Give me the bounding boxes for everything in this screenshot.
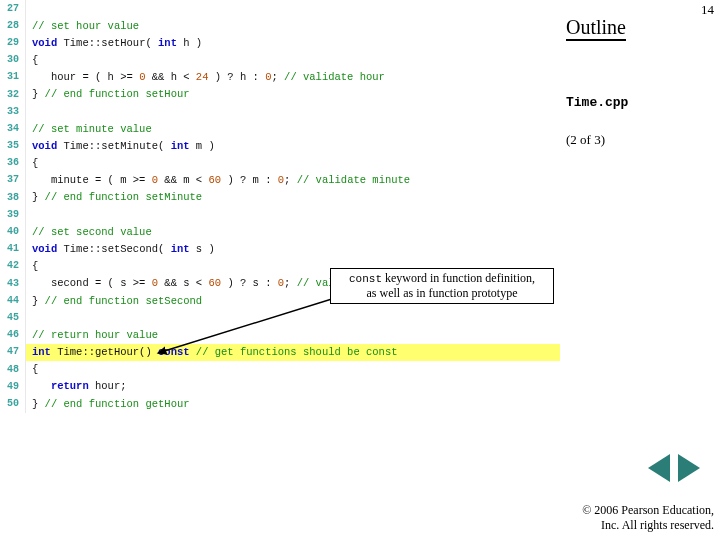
line-number: 32 bbox=[0, 86, 26, 103]
code-text: minute = ( m >= 0 && m < 60 ) ? m : 0; /… bbox=[26, 172, 560, 189]
line-number: 41 bbox=[0, 241, 26, 258]
line-number: 46 bbox=[0, 327, 26, 344]
line-number: 29 bbox=[0, 34, 26, 51]
prev-slide-button[interactable] bbox=[648, 454, 670, 482]
code-text: } // end function setMinute bbox=[26, 189, 560, 206]
code-line: 34// set minute value bbox=[0, 120, 560, 137]
line-number: 48 bbox=[0, 361, 26, 378]
code-line: 50} // end function getHour bbox=[0, 395, 560, 412]
code-text: void Time::setSecond( int s ) bbox=[26, 241, 560, 258]
code-text: void Time::setHour( int h ) bbox=[26, 34, 560, 51]
code-line: 32} // end function setHour bbox=[0, 86, 560, 103]
line-number: 42 bbox=[0, 258, 26, 275]
line-number: 40 bbox=[0, 223, 26, 240]
code-listing: 2728// set hour value29void Time::setHou… bbox=[0, 0, 560, 420]
code-text: { bbox=[26, 52, 560, 69]
code-text bbox=[26, 0, 560, 17]
code-text: // return hour value bbox=[26, 327, 560, 344]
callout-line1-tail: keyword in function definition, bbox=[382, 271, 535, 285]
outline-heading: Outline bbox=[566, 16, 626, 41]
callout-code-keyword: const bbox=[349, 273, 382, 285]
code-text: } // end function getHour bbox=[26, 395, 560, 412]
code-text: { bbox=[26, 361, 560, 378]
code-text: // set second value bbox=[26, 223, 560, 240]
code-line: 36{ bbox=[0, 155, 560, 172]
code-text: // set hour value bbox=[26, 17, 560, 34]
line-number: 31 bbox=[0, 69, 26, 86]
line-number: 45 bbox=[0, 309, 26, 326]
code-text: void Time::setMinute( int m ) bbox=[26, 138, 560, 155]
code-line: 30{ bbox=[0, 52, 560, 69]
nav-controls bbox=[648, 454, 700, 482]
line-number: 37 bbox=[0, 172, 26, 189]
code-line: 31 hour = ( h >= 0 && h < 24 ) ? h : 0; … bbox=[0, 69, 560, 86]
code-line: 33 bbox=[0, 103, 560, 120]
source-file-label: Time.cpp bbox=[566, 95, 712, 110]
line-number: 39 bbox=[0, 206, 26, 223]
copyright-line-2: Inc. All rights reserved. bbox=[554, 518, 714, 534]
code-text bbox=[26, 309, 560, 326]
code-line: 37 minute = ( m >= 0 && m < 60 ) ? m : 0… bbox=[0, 172, 560, 189]
line-number: 43 bbox=[0, 275, 26, 292]
callout-line-2: as well as in function prototype bbox=[331, 286, 553, 301]
line-number: 34 bbox=[0, 120, 26, 137]
code-line: 38} // end function setMinute bbox=[0, 189, 560, 206]
code-text: hour = ( h >= 0 && h < 24 ) ? h : 0; // … bbox=[26, 69, 560, 86]
code-text: { bbox=[26, 155, 560, 172]
code-line: 29void Time::setHour( int h ) bbox=[0, 34, 560, 51]
code-line: 41void Time::setSecond( int s ) bbox=[0, 241, 560, 258]
code-text: return hour; bbox=[26, 378, 560, 395]
code-text: int Time::getHour() const // get functio… bbox=[26, 344, 560, 361]
code-text: } // end function setHour bbox=[26, 86, 560, 103]
line-number: 35 bbox=[0, 138, 26, 155]
page-number: 14 bbox=[701, 2, 714, 18]
code-line: 40// set second value bbox=[0, 223, 560, 240]
line-number: 44 bbox=[0, 292, 26, 309]
line-number: 28 bbox=[0, 17, 26, 34]
line-number: 30 bbox=[0, 52, 26, 69]
next-slide-button[interactable] bbox=[678, 454, 700, 482]
line-number: 49 bbox=[0, 378, 26, 395]
line-number: 38 bbox=[0, 189, 26, 206]
part-label: (2 of 3) bbox=[566, 132, 712, 148]
code-line: 47int Time::getHour() const // get funct… bbox=[0, 344, 560, 361]
code-line: 28// set hour value bbox=[0, 17, 560, 34]
code-line: 45 bbox=[0, 309, 560, 326]
line-number: 50 bbox=[0, 395, 26, 412]
line-number: 36 bbox=[0, 155, 26, 172]
copyright-line-1: © 2006 Pearson Education, bbox=[554, 503, 714, 519]
line-number: 47 bbox=[0, 344, 26, 361]
code-line: 48{ bbox=[0, 361, 560, 378]
copyright-notice: © 2006 Pearson Education, Inc. All right… bbox=[554, 503, 714, 534]
line-number: 33 bbox=[0, 103, 26, 120]
line-number: 27 bbox=[0, 0, 26, 17]
code-text: // set minute value bbox=[26, 120, 560, 137]
code-line: 39 bbox=[0, 206, 560, 223]
code-line: 35void Time::setMinute( int m ) bbox=[0, 138, 560, 155]
code-line: 27 bbox=[0, 0, 560, 17]
code-text bbox=[26, 206, 560, 223]
code-line: 49 return hour; bbox=[0, 378, 560, 395]
code-text bbox=[26, 103, 560, 120]
callout-line-1: const keyword in function definition, bbox=[331, 271, 553, 287]
code-line: 46// return hour value bbox=[0, 327, 560, 344]
callout-annotation: const keyword in function definition, as… bbox=[330, 268, 554, 304]
